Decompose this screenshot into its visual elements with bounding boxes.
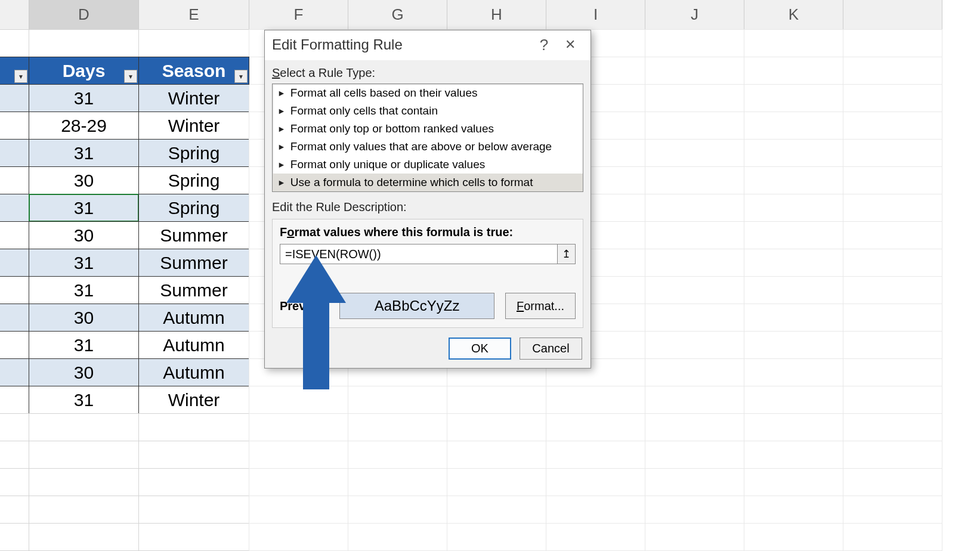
cell[interactable] [447,413,546,441]
cell[interactable] [0,112,29,140]
cell[interactable] [645,194,744,222]
cell-days[interactable]: 31 [29,386,139,414]
cell-season[interactable]: Autumn [138,331,249,359]
cell-season[interactable]: Autumn [138,358,249,386]
cell[interactable] [843,441,942,469]
help-button[interactable]: ? [531,35,557,54]
cell[interactable] [0,468,29,496]
column-header-partial[interactable] [0,0,29,30]
cell[interactable] [744,29,843,57]
cell-season[interactable]: Summer [138,249,249,277]
cell[interactable] [0,166,29,194]
cell-days[interactable]: 30 [29,358,139,386]
cell[interactable] [348,523,447,551]
cell[interactable] [843,29,942,57]
cell[interactable] [0,304,29,332]
cell[interactable] [645,386,744,414]
cell[interactable] [29,523,139,551]
cell-days[interactable]: 31 [29,139,139,167]
cell-season[interactable]: Summer [138,276,249,304]
cell[interactable] [0,194,29,222]
cell[interactable] [546,386,645,414]
cell[interactable] [843,166,942,194]
cell[interactable] [843,331,942,359]
cell[interactable] [447,386,546,414]
cell[interactable] [843,112,942,140]
cell[interactable] [0,441,29,469]
cell[interactable] [138,441,249,469]
cell[interactable] [645,468,744,496]
cell[interactable] [0,413,29,441]
cell-season[interactable]: Summer [138,221,249,249]
rule-type-item[interactable]: ►Format only cells that contain [273,102,583,120]
cell[interactable] [744,249,843,277]
filter-cell[interactable]: ▼ [0,57,29,85]
cell[interactable] [843,496,942,524]
cell[interactable] [546,468,645,496]
cell[interactable] [645,331,744,359]
cell[interactable] [843,139,942,167]
cell[interactable] [29,29,139,57]
cancel-button[interactable]: Cancel [520,338,582,360]
cell[interactable] [348,441,447,469]
cell[interactable] [29,441,139,469]
cell[interactable] [744,523,843,551]
cell-days[interactable]: 31 [29,331,139,359]
cell[interactable] [645,249,744,277]
cell[interactable] [645,276,744,304]
cell[interactable] [138,523,249,551]
cell[interactable] [744,166,843,194]
cell[interactable] [744,413,843,441]
cell[interactable] [744,331,843,359]
cell-days[interactable]: 28-29 [29,112,139,140]
cell[interactable] [0,249,29,277]
cell[interactable] [843,468,942,496]
cell[interactable] [744,441,843,469]
cell[interactable] [546,496,645,524]
cell[interactable] [843,413,942,441]
cell[interactable] [0,276,29,304]
cell[interactable] [744,358,843,386]
cell-days[interactable]: 30 [29,166,139,194]
column-header-f[interactable]: F [249,0,348,30]
cell[interactable] [645,57,744,85]
cell[interactable] [744,386,843,414]
cell[interactable] [645,413,744,441]
formula-input[interactable] [280,244,558,264]
cell[interactable] [645,441,744,469]
cell[interactable] [843,386,942,414]
cell[interactable] [0,523,29,551]
format-button[interactable]: Format... [505,293,576,319]
cell[interactable] [744,468,843,496]
cell[interactable] [843,276,942,304]
cell[interactable] [138,496,249,524]
cell[interactable] [348,468,447,496]
cell[interactable] [744,139,843,167]
table-header-days[interactable]: Days ▼ [29,57,139,85]
cell[interactable] [744,221,843,249]
column-header-i[interactable]: I [546,0,645,30]
rule-type-item[interactable]: ►Format only values that are above or be… [273,138,583,156]
rule-type-list[interactable]: ►Format all cells based on their values►… [272,83,583,192]
cell[interactable] [29,496,139,524]
cell[interactable] [645,496,744,524]
cell[interactable] [348,496,447,524]
cell[interactable] [447,496,546,524]
cell[interactable] [843,249,942,277]
column-header-l[interactable] [843,0,942,30]
cell-season[interactable]: Winter [138,84,249,112]
cell[interactable] [447,468,546,496]
cell[interactable] [138,468,249,496]
rule-type-item[interactable]: ►Format only top or bottom ranked values [273,120,583,138]
cell[interactable] [645,523,744,551]
cell[interactable] [843,84,942,112]
cell[interactable] [249,523,348,551]
cell-season[interactable]: Spring [138,194,249,222]
cell-season[interactable]: Spring [138,166,249,194]
cell[interactable] [348,413,447,441]
cell[interactable] [645,139,744,167]
cell[interactable] [138,413,249,441]
rule-type-item[interactable]: ►Use a formula to determine which cells … [273,174,583,191]
column-header-g[interactable]: G [348,0,447,30]
cell-season[interactable]: Autumn [138,304,249,332]
